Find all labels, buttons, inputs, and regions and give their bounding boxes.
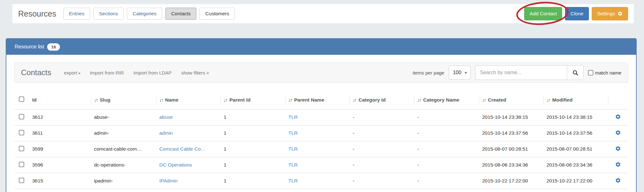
row-settings-gear-icon[interactable] xyxy=(615,146,621,152)
search-button[interactable] xyxy=(567,65,583,80)
column-header-label: Id xyxy=(32,97,37,103)
row-settings-gear-icon[interactable] xyxy=(615,161,621,167)
column-header-label: Modified xyxy=(552,97,573,103)
column-header-category-name[interactable]: ↓↑Category Name xyxy=(414,91,479,109)
column-header-label: Slug xyxy=(100,97,111,103)
contact-id-cell: 3612 xyxy=(29,109,91,125)
contact-id-cell: 3599 xyxy=(29,141,91,157)
column-header-label: Category Id xyxy=(358,97,386,103)
search-icon xyxy=(572,69,579,76)
contacts-table: Id ↓↑Slug ↓↑Name ↓↑Parent Id ↓↑Parent Na… xyxy=(14,91,628,189)
parent-id-cell: 1 xyxy=(221,109,285,125)
caret-down-icon: ▾ xyxy=(78,71,80,75)
caret-down-icon: ▾ xyxy=(465,71,467,75)
contact-slug-cell: dc-operations- xyxy=(91,157,156,173)
contact-name-link[interactable]: DC Operations xyxy=(159,162,192,167)
tab-contacts[interactable]: Contacts xyxy=(165,8,196,20)
contact-slug-cell: abuse- xyxy=(91,109,156,125)
parent-name-link[interactable]: TLR xyxy=(288,146,298,152)
category-id-cell: - xyxy=(350,109,414,125)
clone-button[interactable]: Clone xyxy=(565,7,589,20)
import-rir-link[interactable]: Import from RIR xyxy=(90,70,124,75)
parent-name-link[interactable]: TLR xyxy=(288,178,298,183)
row-checkbox[interactable] xyxy=(19,114,24,119)
parent-id-cell: 1 xyxy=(221,141,285,157)
parent-id-cell: 1 xyxy=(221,173,285,189)
column-header-label: Created xyxy=(488,97,506,103)
row-settings-gear-icon[interactable] xyxy=(615,114,621,120)
contacts-table-body: 3612 abuse- abuse 1 TLR - - 2015-10-14 2… xyxy=(14,109,628,189)
column-header-name[interactable]: ↓↑Name xyxy=(156,91,221,109)
column-header-parent-id[interactable]: ↓↑Parent Id xyxy=(221,91,285,109)
contact-name-link[interactable]: Comcast Cable Co… xyxy=(159,146,206,152)
panel-body: Contacts export▾ Import from RIR Import … xyxy=(6,55,636,189)
settings-button-label: Settings xyxy=(597,11,615,17)
modified-cell: 2015-08-06 23:34:36 xyxy=(543,157,608,173)
category-id-cell: - xyxy=(350,173,414,189)
resource-type-tabs: Entries Sections Categories Contacts Cus… xyxy=(63,8,235,20)
column-header-label: Parent Name xyxy=(294,97,324,103)
row-checkbox[interactable] xyxy=(19,146,24,151)
match-name-group: match name xyxy=(588,70,621,75)
modified-cell: 2015-10-14 23:38:15 xyxy=(543,109,608,125)
column-header-created[interactable]: ↓↑Created xyxy=(479,91,543,109)
category-name-cell: - xyxy=(414,109,479,125)
sort-arrows-icon: ↓↑ xyxy=(353,97,356,103)
add-contact-button[interactable]: Add Contact xyxy=(524,7,562,20)
page-title: Resources xyxy=(18,9,56,18)
select-all-checkbox[interactable] xyxy=(19,96,24,102)
category-name-cell: - xyxy=(414,125,479,141)
contact-slug-cell: comcast-cable-com… xyxy=(91,141,156,157)
tab-entries[interactable]: Entries xyxy=(63,8,90,20)
column-header-parent-name[interactable]: ↓↑Parent Name xyxy=(285,91,350,109)
sort-arrows-icon: ↓↑ xyxy=(417,97,421,103)
table-row: 3612 abuse- abuse 1 TLR - - 2015-10-14 2… xyxy=(14,109,628,125)
row-settings-gear-icon[interactable] xyxy=(615,177,621,183)
column-header-modified[interactable]: ↓↑Modified xyxy=(543,91,608,109)
contact-id-cell: 3615 xyxy=(29,173,91,189)
contact-name-link[interactable]: abuse xyxy=(159,114,173,120)
gear-icon xyxy=(618,11,623,16)
row-checkbox[interactable] xyxy=(19,130,24,135)
created-cell: 2015-10-14 23:38:15 xyxy=(479,109,543,125)
created-cell: 2015-10-14 23:37:56 xyxy=(479,125,543,141)
contact-slug-cell: ipadmin- xyxy=(91,173,156,189)
row-checkbox[interactable] xyxy=(19,162,24,167)
row-checkbox[interactable] xyxy=(19,178,24,183)
sort-arrows-icon: ↓↑ xyxy=(159,97,163,103)
category-name-cell: - xyxy=(414,173,479,189)
category-id-cell: - xyxy=(350,157,414,173)
parent-id-cell: 1 xyxy=(221,125,285,141)
resource-list-panel: Resource list 16 Contacts export▾ Import… xyxy=(6,38,637,192)
show-filters-link[interactable]: show filters + xyxy=(181,70,209,75)
tab-sections[interactable]: Sections xyxy=(93,8,124,20)
match-name-checkbox[interactable] xyxy=(588,70,593,75)
parent-id-cell: 1 xyxy=(221,157,285,173)
table-row: 3611 admin- admin 1 TLR - - 2015-10-14 2… xyxy=(14,125,628,141)
tab-categories[interactable]: Categories xyxy=(127,8,162,20)
export-dropdown[interactable]: export▾ xyxy=(64,70,80,75)
sort-arrows-icon: ↓↑ xyxy=(288,97,292,103)
contact-name-link[interactable]: IPAdmin xyxy=(159,178,177,183)
panel-title: Resource list xyxy=(15,44,44,50)
column-header-category-id[interactable]: ↓↑Category Id xyxy=(350,91,414,109)
top-action-bar: Resources Entries Sections Categories Co… xyxy=(12,4,634,24)
parent-name-link[interactable]: TLR xyxy=(288,114,298,120)
tab-customers[interactable]: Customers xyxy=(199,8,235,20)
column-header-slug[interactable]: ↓↑Slug xyxy=(91,91,156,109)
panel-header: Resource list 16 xyxy=(6,39,636,55)
modified-cell: 2015-10-14 23:37:56 xyxy=(543,125,608,141)
toolbar-right-group: items per page 100 ▾ xyxy=(413,65,621,80)
row-settings-gear-icon[interactable] xyxy=(615,130,621,136)
import-ldap-link[interactable]: Import from LDAP xyxy=(134,70,172,75)
sort-arrows-icon: ↓↑ xyxy=(546,97,550,103)
page-size-dropdown[interactable]: 100 ▾ xyxy=(449,66,471,80)
parent-name-link[interactable]: TLR xyxy=(288,162,298,167)
search-input[interactable] xyxy=(475,65,567,80)
column-header-label: Category Name xyxy=(423,97,459,103)
settings-button[interactable]: Settings xyxy=(592,7,628,20)
contact-name-link[interactable]: admin xyxy=(159,130,173,136)
contact-slug-cell: admin- xyxy=(91,125,156,141)
table-row: 3615 ipadmin- IPAdmin 1 TLR - - 2015-10-… xyxy=(14,173,628,189)
parent-name-link[interactable]: TLR xyxy=(288,130,298,136)
